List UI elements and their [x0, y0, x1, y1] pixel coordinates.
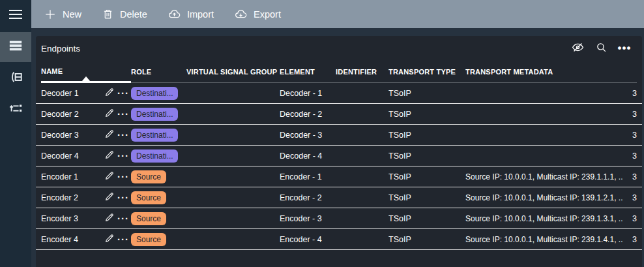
table-header: NAME ROLE VIRTUAL SIGNAL GROUP ELEMENT I…	[36, 61, 642, 83]
delete-button[interactable]: Delete	[92, 0, 158, 28]
virtual-signal-group-cell	[186, 208, 280, 228]
endpoint-name: Encoder 3	[41, 214, 103, 223]
row-more-button[interactable]: ···	[116, 174, 130, 180]
transport-type-cell: TSoIP	[388, 146, 465, 166]
identifier-cell	[336, 83, 388, 103]
list-icon	[8, 39, 23, 55]
table-row[interactable]: Encoder 3 ··· Source Encoder - 3 TSoIP S…	[36, 208, 642, 229]
name-cell: Decoder 1 ···	[41, 83, 131, 103]
eye-off-icon	[572, 41, 584, 55]
row-more-button[interactable]: ···	[116, 195, 130, 201]
virtual-signal-group-cell	[186, 125, 280, 145]
element-cell: Encoder - 2	[280, 187, 336, 208]
search-button[interactable]	[593, 40, 609, 56]
role-cell: Destinati...	[131, 83, 186, 103]
transport-metadata-cell: Source IP: 10.0.0.1, Multicast IP: 139.1…	[465, 187, 622, 208]
transport-type-cell: TSoIP	[388, 104, 465, 124]
role-cell: Source	[131, 166, 186, 187]
plus-icon	[44, 8, 56, 20]
identifier-cell	[336, 229, 388, 249]
hide-columns-button[interactable]	[569, 40, 586, 56]
virtual-signal-group-cell	[186, 104, 280, 124]
row-more-button[interactable]: ···	[116, 236, 130, 243]
column-header-virtual-signal-group[interactable]: VIRTUAL SIGNAL GROUP	[186, 61, 280, 83]
pencil-icon	[104, 191, 115, 204]
identifier-cell	[336, 208, 388, 228]
endpoint-name: Encoder 1	[41, 172, 103, 181]
transport-type-cell: TSoIP	[388, 187, 465, 208]
count-cell: 3	[622, 229, 637, 249]
cloud-upload-icon	[168, 8, 181, 20]
name-cell: Decoder 3 ···	[41, 125, 131, 145]
edit-row-button[interactable]	[103, 170, 116, 183]
column-header-identifier[interactable]: IDENTIFIER	[336, 61, 388, 83]
row-more-button[interactable]: ···	[116, 111, 130, 118]
transport-metadata-cell	[465, 83, 622, 103]
role-cell: Destinati...	[131, 146, 186, 166]
new-button[interactable]: New	[34, 0, 92, 28]
row-more-button[interactable]: ···	[116, 215, 130, 222]
hamburger-menu-button[interactable]	[0, 0, 31, 28]
sidebar-item-endpoints[interactable]	[0, 32, 31, 62]
row-ellipsis-icon: ···	[117, 132, 129, 138]
toolbar: New Delete Import	[31, 0, 644, 28]
sidebar-item-endpoint-groups[interactable]	[0, 63, 31, 93]
table-row[interactable]: Decoder 1 ··· Destinati... Decoder - 1 T…	[36, 83, 642, 104]
table-row[interactable]: Encoder 2 ··· Source Encoder - 2 TSoIP S…	[36, 187, 642, 208]
identifier-cell	[336, 125, 388, 145]
row-more-button[interactable]: ···	[116, 132, 130, 138]
column-header-transport-type[interactable]: TRANSPORT TYPE	[388, 61, 465, 83]
count-cell: 3	[622, 146, 637, 166]
column-header-transport-metadata[interactable]: TRANSPORT METADATA	[465, 61, 622, 83]
edit-row-button[interactable]	[103, 212, 116, 225]
edit-row-button[interactable]	[103, 191, 116, 204]
pencil-icon	[104, 108, 115, 120]
table-row[interactable]: Encoder 1 ··· Source Encoder - 1 TSoIP S…	[36, 166, 642, 187]
row-more-button[interactable]: ···	[116, 153, 130, 159]
role-badge: Source	[131, 233, 166, 246]
endpoint-name: Encoder 2	[41, 193, 103, 202]
row-ellipsis-icon: ···	[117, 195, 129, 201]
role-badge: Source	[131, 191, 166, 204]
count-cell: 3	[622, 187, 637, 208]
identifier-cell	[336, 187, 388, 208]
column-header-name[interactable]: NAME	[41, 61, 131, 83]
name-cell: Encoder 2 ···	[41, 187, 131, 208]
count-cell: 3	[622, 83, 637, 103]
endpoint-name: Decoder 1	[41, 89, 103, 98]
more-options-button[interactable]: •••	[616, 40, 633, 56]
virtual-signal-group-cell	[186, 166, 280, 187]
export-button[interactable]: Export	[224, 0, 291, 28]
row-more-button[interactable]: ···	[116, 90, 130, 97]
pencil-icon	[104, 170, 115, 183]
transport-metadata-cell: Source IP: 10.0.0.1, Multicast IP: 239.1…	[465, 166, 622, 187]
table-row[interactable]: Decoder 3 ··· Destinati... Decoder - 3 T…	[36, 125, 642, 146]
role-badge: Destinati...	[131, 108, 178, 121]
edit-row-button[interactable]	[103, 87, 116, 99]
name-cell: Encoder 4 ···	[41, 229, 131, 249]
name-cell: Encoder 3 ···	[41, 208, 131, 228]
edit-row-button[interactable]	[103, 108, 116, 120]
cloud-download-icon	[235, 8, 247, 20]
edit-row-button[interactable]	[103, 149, 116, 162]
role-cell: Destinati...	[131, 104, 186, 124]
table-row[interactable]: Decoder 4 ··· Destinati... Decoder - 4 T…	[36, 146, 642, 166]
edit-row-button[interactable]	[103, 233, 116, 245]
column-header-count[interactable]	[622, 61, 637, 83]
ellipsis-icon: •••	[618, 45, 632, 52]
edit-row-button[interactable]	[103, 129, 116, 141]
column-header-element[interactable]: ELEMENT	[280, 61, 336, 83]
name-cell: Decoder 2 ···	[41, 104, 131, 124]
role-badge: Destinati...	[131, 149, 178, 163]
routing-icon	[8, 101, 23, 118]
sidebar-item-routing[interactable]	[0, 95, 31, 125]
search-icon	[596, 42, 607, 55]
pencil-icon	[104, 212, 115, 225]
row-ellipsis-icon: ···	[117, 215, 129, 222]
table-row[interactable]: Decoder 2 ··· Destinati... Decoder - 2 T…	[36, 104, 642, 125]
import-button[interactable]: Import	[158, 0, 224, 28]
table-row[interactable]: Encoder 4 ··· Source Encoder - 4 TSoIP S…	[36, 229, 642, 250]
identifier-cell	[336, 146, 388, 166]
column-header-role[interactable]: ROLE	[131, 61, 186, 83]
role-cell: Source	[131, 208, 186, 228]
